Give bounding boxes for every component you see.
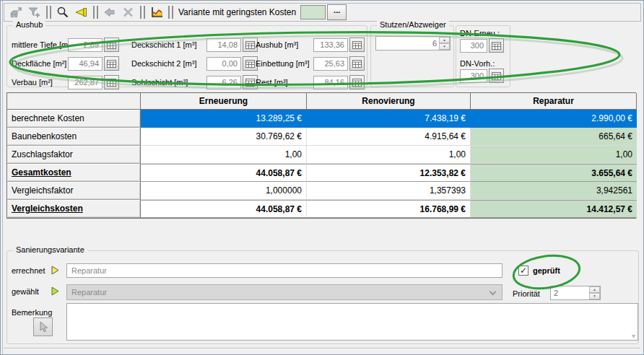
table-cell[interactable]: 3.655,64 € (471, 164, 637, 182)
toolbar: Variante mit geringsten Kosten ... (4, 3, 641, 22)
mittlere-tiefe-field[interactable]: 2,89 (68, 38, 103, 52)
table-cell[interactable]: 44.058,87 € (141, 200, 307, 218)
geprueft-checkbox[interactable]: ✓ (518, 266, 528, 276)
table-cell[interactable]: 7.438,19 € (307, 110, 471, 128)
table-cell[interactable]: 44.058,87 € (141, 164, 307, 182)
field-label: Rest [m³] (256, 78, 313, 87)
sanierungsvariante-title: Sanierungsvariante (13, 245, 87, 254)
spinner-buttons[interactable]: ▲▼ (589, 286, 600, 299)
row-header[interactable]: Gesamtkosten (7, 164, 141, 182)
table-cell[interactable]: 3,942561 (471, 182, 637, 200)
spinner-buttons[interactable]: ▲▼ (439, 37, 450, 50)
gewaehlt-dropdown[interactable]: Reparatur (66, 284, 502, 300)
calculator-icon (492, 72, 501, 80)
field-label: Verbau [m²] (12, 78, 68, 87)
delete-icon (121, 6, 136, 19)
table-cell[interactable]: 1,00 (141, 146, 307, 164)
calculator-button[interactable] (349, 56, 365, 71)
column-header-reparatur[interactable]: Reparatur (471, 93, 637, 110)
errechnet-field[interactable]: Reparatur (66, 263, 502, 278)
zoom-icon (56, 6, 70, 19)
more-options-button[interactable]: ... (327, 4, 347, 20)
table-cell[interactable]: 665,64 € (471, 128, 637, 146)
row-header[interactable]: Baunebenkosten (7, 128, 141, 146)
table-cell[interactable]: 1,357393 (307, 182, 471, 200)
calculator-button[interactable] (104, 56, 119, 71)
dn-groupbox: DN-Erneu.: 300 DN-Vorh.: 300 (456, 25, 510, 87)
field-row: Einbettung [m³] 25,63 (256, 54, 365, 73)
deckflaeche-field[interactable]: 46,94 (68, 57, 103, 71)
calculator-button[interactable] (349, 75, 365, 89)
stutzen-value: 6 (376, 39, 439, 48)
prioritaet-label: Priorität (513, 289, 540, 298)
table-cell[interactable]: 16.768,99 € (307, 200, 471, 218)
calculator-button[interactable] (104, 38, 119, 52)
calculator-button[interactable] (104, 75, 119, 89)
spin-down-icon[interactable]: ▼ (439, 43, 450, 50)
column-header-renovierung[interactable]: Renovierung (307, 93, 471, 110)
calculator-icon (245, 79, 255, 87)
funnel-flag-button[interactable] (72, 4, 91, 20)
row-header[interactable]: Zuschlagsfaktor (7, 146, 141, 164)
dn-erneu-field[interactable]: 300 (460, 39, 487, 53)
verbau-field[interactable]: 262,87 (68, 76, 103, 89)
cost-comparison-table: Erneuerung Renovierung Reparatur berechn… (6, 92, 636, 219)
calculator-icon (352, 79, 362, 87)
table-cell[interactable]: 1,000000 (141, 182, 307, 200)
table-cell[interactable]: 4.915,64 € (307, 128, 471, 146)
rest-field[interactable]: 84,16 (313, 76, 348, 89)
chart-button[interactable] (147, 4, 166, 20)
cost-comparison-window: Variante mit geringsten Kosten ... Aushu… (0, 0, 644, 355)
table-cell[interactable]: 2.990,00 € (471, 110, 637, 128)
field-row: 300 (460, 69, 504, 83)
scroll-down-icon[interactable]: ▾ (632, 332, 635, 340)
dn-vorh-label: DN-Vorh.: (460, 59, 495, 68)
calculator-button[interactable] (349, 38, 365, 52)
row-header[interactable]: berechnete Kosten (7, 110, 141, 128)
delete-button[interactable] (119, 4, 138, 20)
calculator-button[interactable] (489, 38, 504, 53)
table-cell[interactable]: 30.769,62 € (141, 128, 307, 146)
aushub-column-1: mittlere Tiefe [m] 2,89 Deckfläche [m²] … (12, 35, 119, 92)
zoom-button[interactable] (53, 4, 72, 20)
prioritaet-value: 2 (551, 289, 589, 297)
spin-down-icon[interactable]: ▼ (589, 293, 600, 299)
filter-add-button[interactable] (25, 4, 44, 20)
field-row: Verbau [m²] 262,87 (12, 73, 119, 92)
excavator-button[interactable] (6, 4, 25, 20)
deckschicht2-field[interactable]: 0,00 (206, 57, 241, 71)
geprueft-checkbox-label: geprüft (533, 266, 560, 275)
sohlschicht-field[interactable]: 6,26 (206, 76, 241, 89)
aushub-title: Aushub (13, 20, 45, 29)
variant-color-swatch[interactable] (300, 5, 326, 19)
table-cell[interactable]: 1,00 (471, 146, 637, 164)
undo-arrow-button[interactable] (100, 4, 119, 20)
spin-up-icon[interactable]: ▲ (439, 37, 450, 43)
calculator-icon (107, 79, 116, 87)
field-row: mittlere Tiefe [m] 2,89 (12, 35, 119, 54)
calculator-button[interactable] (489, 69, 504, 83)
aushub-column-2: Deckschicht 1 [m³] 14,08 Deckschicht 2 [… (131, 35, 258, 92)
bemerkung-textarea[interactable]: ▾ (66, 303, 638, 341)
errechnet-value: Reparatur (71, 266, 107, 275)
spin-up-icon[interactable]: ▲ (589, 286, 600, 293)
table-cell[interactable]: 14.412,57 € (471, 200, 637, 218)
deckschicht1-field[interactable]: 14,08 (206, 38, 241, 52)
row-header[interactable]: Vergleichsfaktor (7, 182, 141, 200)
column-header-erneuerung[interactable]: Erneuerung (141, 93, 307, 110)
left-splitter[interactable] (1, 1, 3, 354)
stutzen-spinner[interactable]: 6 ▲▼ (375, 36, 451, 51)
table-cell[interactable]: 1,00 (307, 146, 471, 164)
row-header[interactable]: Vergleichskosten (7, 200, 141, 218)
field-row: Aushub [m³] 133,36 (256, 35, 365, 54)
bemerkung-label: Bemerkung (12, 308, 52, 317)
pointer-tool-button[interactable] (33, 317, 53, 336)
toolbar-separator (168, 6, 173, 19)
table-cell[interactable]: 12.353,82 € (307, 164, 471, 182)
dn-vorh-field[interactable]: 300 (460, 69, 487, 83)
einbettung-field[interactable]: 25,63 (313, 57, 348, 71)
prioritaet-spinner[interactable]: 2 ▲▼ (550, 286, 601, 300)
table-cell[interactable]: 13.289,25 € (141, 110, 307, 128)
toolbar-separator (46, 6, 51, 19)
aushub-volumen-field[interactable]: 133,36 (313, 38, 348, 52)
